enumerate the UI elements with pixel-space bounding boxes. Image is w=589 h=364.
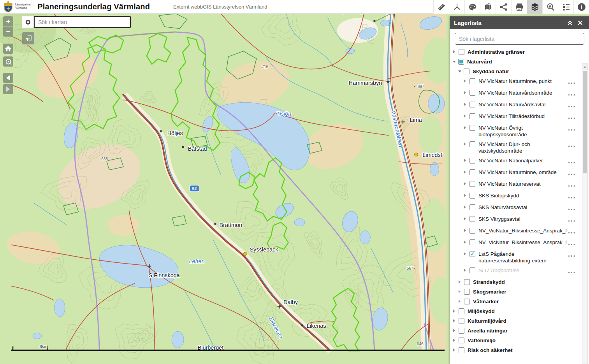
layer-options-icon[interactable]: ●●● <box>568 115 577 121</box>
chevron-right-icon[interactable] <box>464 126 467 129</box>
layer-label[interactable]: NV_VicNatur_Riksintresse_Ansprak_N <box>478 227 566 234</box>
chevron-right-icon[interactable] <box>464 171 467 174</box>
layer-row[interactable]: Risk och säkerhet <box>450 345 589 354</box>
chevron-right-icon[interactable] <box>464 194 467 197</box>
layer-row[interactable]: NV VicNatur Naturreservat●●● <box>450 179 589 191</box>
chevron-down-icon[interactable] <box>458 70 461 72</box>
chevron-right-icon[interactable] <box>453 348 456 352</box>
layer-row[interactable]: NV VicNatur Övrigt biotopskyddsområde●●● <box>450 123 589 139</box>
previous-extent-button[interactable] <box>3 73 13 83</box>
panel-scrollbar[interactable]: ▲ ▼ <box>582 63 588 364</box>
layer-checkbox[interactable] <box>469 158 475 164</box>
layer-checkbox[interactable] <box>469 169 475 175</box>
layer-search-input[interactable] <box>455 33 584 45</box>
layer-row[interactable]: NV VicNatur Nationalparker●●● <box>450 156 589 167</box>
layer-options-icon[interactable]: ●●● <box>568 194 577 201</box>
chevron-right-icon[interactable] <box>464 206 467 209</box>
collapse-all-button[interactable] <box>565 20 575 26</box>
chevron-right-icon[interactable] <box>459 290 462 293</box>
layer-options-icon[interactable]: ●●● <box>568 91 577 98</box>
draw-tool-button[interactable] <box>464 0 480 14</box>
layer-label[interactable]: Naturvård <box>467 58 577 65</box>
layer-label[interactable]: SKS Vitryggsavtal <box>478 216 566 222</box>
info-tool-button[interactable] <box>573 0 589 14</box>
layer-options-icon[interactable]: ●●● <box>568 103 577 110</box>
chevron-right-icon[interactable] <box>453 319 456 322</box>
layer-row[interactable]: Miljöskydd <box>450 306 589 316</box>
home-extent-button[interactable] <box>3 44 13 54</box>
layer-options-icon[interactable]: ●●● <box>568 206 577 213</box>
layer-row[interactable]: Naturvård <box>450 57 589 67</box>
chevron-right-icon[interactable] <box>464 269 467 272</box>
layer-checkbox[interactable] <box>469 216 475 222</box>
layer-label[interactable]: Våtmarker <box>473 298 577 305</box>
chevron-right-icon[interactable] <box>464 182 467 185</box>
layer-label[interactable]: NV VicNatur Naturvårdsområde <box>478 90 566 96</box>
zoom-in-button[interactable]: + <box>3 16 13 26</box>
query-tool-button[interactable] <box>542 0 558 14</box>
layer-options-icon[interactable]: ●●● <box>568 80 577 86</box>
layer-checkbox[interactable] <box>469 267 475 273</box>
layer-label[interactable]: Risk och säkerhet <box>468 347 577 353</box>
layer-row[interactable]: NV_VicNatur_Riksintresse_Ansprak_N●●● <box>450 237 589 249</box>
chevron-right-icon[interactable] <box>453 309 456 313</box>
chevron-right-icon[interactable] <box>464 252 467 255</box>
layer-checkbox[interactable] <box>469 78 475 84</box>
legend-tool-button[interactable] <box>558 0 573 14</box>
chevron-right-icon[interactable] <box>464 103 467 106</box>
layer-label[interactable]: Miljöskydd <box>468 308 577 315</box>
layer-options-icon[interactable]: ●●● <box>568 218 577 224</box>
layer-checkbox[interactable] <box>464 299 470 304</box>
chevron-right-icon[interactable] <box>453 50 456 53</box>
print-tool-button[interactable] <box>511 0 527 14</box>
layer-label[interactable]: NV VicNatur Naturminne, område <box>478 169 566 176</box>
layer-checkbox[interactable] <box>469 239 475 245</box>
layer-row[interactable]: NV VicNatur Naturvårdsavtal●●● <box>450 100 589 111</box>
layer-checkbox[interactable] <box>469 90 475 96</box>
layer-options-icon[interactable]: ●●● <box>568 171 577 178</box>
layer-checkbox[interactable] <box>469 125 475 131</box>
layer-row[interactable]: NV VicNatur Djur- och växtskyddsområde●●… <box>450 139 589 156</box>
layer-label[interactable]: Skyddad natur <box>473 68 577 75</box>
layer-label[interactable]: Vattenmiljö <box>468 337 577 344</box>
layer-checkbox[interactable] <box>469 204 475 210</box>
add-map-tool-button[interactable] <box>480 0 496 14</box>
search-settings-button[interactable] <box>22 16 34 28</box>
chevron-right-icon[interactable] <box>453 339 456 342</box>
layer-label[interactable]: Kulturmiljövård <box>468 318 577 324</box>
share-tool-button[interactable] <box>496 0 511 14</box>
chevron-right-icon[interactable] <box>464 114 467 118</box>
layer-checkbox[interactable] <box>458 59 464 65</box>
layer-checkbox[interactable] <box>459 328 464 334</box>
scroll-up-icon[interactable]: ▲ <box>582 63 587 70</box>
layer-checkbox[interactable] <box>469 113 475 119</box>
zoom-out-button[interactable]: − <box>3 26 13 37</box>
coordinates-tool-button[interactable] <box>449 0 464 14</box>
layer-row[interactable]: Strandskydd <box>450 277 589 287</box>
layer-row[interactable]: Kulturmiljövård <box>450 316 589 326</box>
layer-row[interactable]: Skogsmarker <box>450 287 589 297</box>
layer-label[interactable]: LstS Pågående naturreservatsbildning-ext… <box>478 251 566 264</box>
chevron-right-icon[interactable] <box>459 280 462 283</box>
chevron-right-icon[interactable] <box>464 79 467 83</box>
layer-label[interactable]: Areella näringar <box>468 327 577 334</box>
layer-row[interactable]: NV VicNatur Naturminne, punkt●●● <box>450 76 589 88</box>
layer-options-icon[interactable]: ●●● <box>568 143 577 149</box>
layer-row[interactable]: SKS Biotopskydd●●● <box>450 191 589 202</box>
layer-label[interactable]: Strandskydd <box>473 279 577 285</box>
layer-label[interactable]: NV_VicNatur_Riksintresse_Ansprak_N <box>478 239 566 246</box>
layer-row[interactable]: NV VicNatur Naturminne, område●●● <box>450 167 589 179</box>
map-search-input[interactable] <box>34 16 131 28</box>
layer-label[interactable]: NV VicNatur Naturreservat <box>478 181 566 187</box>
layer-label[interactable]: NV VicNatur Naturvårdsavtal <box>478 101 566 108</box>
layer-label[interactable]: SLU Trädportalen <box>478 267 566 274</box>
layer-checkbox[interactable] <box>469 181 475 187</box>
close-panel-button[interactable] <box>575 20 585 25</box>
basemap-switch-button[interactable] <box>22 32 35 45</box>
layer-checkbox[interactable] <box>459 318 464 324</box>
my-location-button[interactable] <box>3 56 13 67</box>
layer-checkbox[interactable] <box>459 347 464 353</box>
chevron-right-icon[interactable] <box>459 300 462 303</box>
layer-label[interactable]: NV VicNatur Naturminne, punkt <box>478 78 566 84</box>
chevron-right-icon[interactable] <box>453 329 456 332</box>
